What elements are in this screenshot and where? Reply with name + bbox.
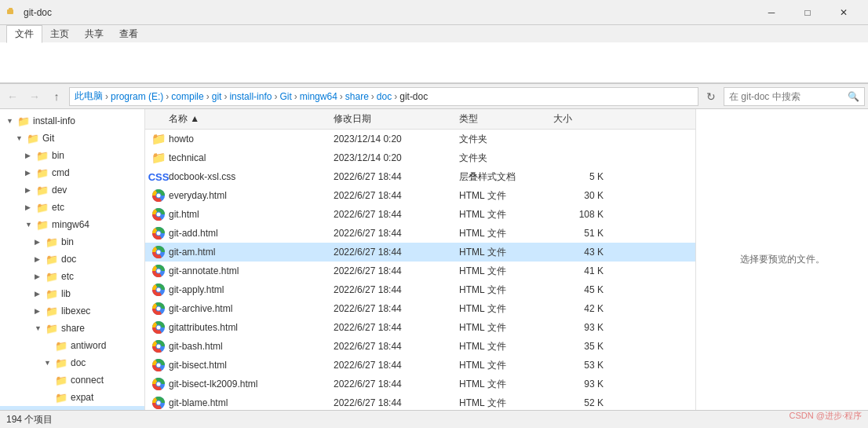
refresh-button[interactable]: ↻ [702,87,720,106]
chrome-icon [151,264,166,278]
table-row[interactable]: git-am.html2022/6/27 18:44HTML 文件43 K [145,243,695,262]
folder-icon: 📁 [36,185,49,196]
sidebar-item-label: lib [61,288,71,299]
expand-icon: ▶ [35,238,44,246]
sidebar-item[interactable]: 📁antiword [0,337,144,354]
file-type: HTML 文件 [459,284,553,297]
sidebar-item[interactable]: ▶📁bin [0,233,144,251]
breadcrumb[interactable]: 此电脑 › program (E:) › compile › git › ins… [69,87,698,106]
sidebar-item-label: doc [71,357,86,368]
svg-point-28 [157,345,161,349]
file-name: git-am.html [169,247,334,258]
item-count: 194 个项目 [6,413,53,426]
file-size: 42 K [553,303,616,314]
expand-icon: ▼ [44,359,53,367]
sidebar-item[interactable]: ▼📁mingw64 [0,216,144,233]
breadcrumb-compile[interactable]: compile [171,91,203,102]
sidebar-item-label: bin [61,236,74,247]
sidebar-item[interactable]: ▶📁etc [0,268,144,285]
table-row[interactable]: git-bash.html2022/6/27 18:44HTML 文件35 K [145,337,695,356]
search-icon[interactable]: 🔍 [848,91,859,102]
sidebar-item[interactable]: 📁connect [0,371,144,389]
file-date: 2023/12/14 0:20 [334,134,459,144]
sidebar-item[interactable]: ▼📁Git [0,130,144,147]
folder-icon: 📁 [36,202,49,214]
breadcrumb-doc[interactable]: doc [377,91,392,102]
table-row[interactable]: everyday.html2022/6/27 18:44HTML 文件30 K [145,186,695,205]
table-row[interactable]: git-bisect-lk2009.html2022/6/27 18:44HTM… [145,375,695,393]
sidebar-item[interactable]: ▼📁share [0,320,144,337]
folder-icon: 📁 [55,357,67,369]
preview-panel: 选择要预览的文件。 [695,109,868,410]
sidebar-item[interactable]: ▶📁lib [0,285,144,302]
sidebar-item[interactable]: 📁expat [0,389,144,406]
tab-home[interactable]: 主页 [42,25,77,42]
file-name: git-apply.html [169,284,334,295]
col-header-size[interactable]: 大小 [553,112,616,126]
title-bar: git-doc ─ □ ✕ [0,0,868,25]
table-row[interactable]: git-bisect.html2022/6/27 18:44HTML 文件53 … [145,356,695,375]
table-row[interactable]: gitattributes.html2022/6/27 18:44HTML 文件… [145,318,695,337]
sidebar-item[interactable]: ▶📁doc [0,251,144,268]
file-size: 5 K [553,171,616,182]
table-row[interactable]: git-blame.html2022/6/27 18:44HTML 文件52 K [145,393,695,410]
table-row[interactable]: 📁howto2023/12/14 0:20文件夹 [145,130,695,148]
minimize-button[interactable]: ─ [753,0,790,25]
breadcrumb-git[interactable]: git [212,91,222,102]
file-size: 51 K [553,228,616,239]
sidebar-item[interactable]: ▶📁bin [0,147,144,164]
tab-file[interactable]: 文件 [6,25,42,43]
up-button[interactable]: ↑ [47,87,66,106]
table-row[interactable]: 📁technical2023/12/14 0:20文件夹 [145,148,695,167]
close-button[interactable]: ✕ [826,0,862,25]
sidebar-item-label: install-info [33,115,75,126]
table-row[interactable]: git-add.html2022/6/27 18:44HTML 文件51 K [145,224,695,243]
breadcrumb-drive[interactable]: program (E:) [111,91,163,102]
sidebar-item[interactable]: ▶📁dev [0,181,144,199]
sidebar-item[interactable]: ▶📁libexec [0,302,144,320]
breadcrumb-Git[interactable]: Git [279,91,291,102]
table-row[interactable]: git-archive.html2022/6/27 18:44HTML 文件42… [145,299,695,318]
search-bar[interactable]: 🔍 [724,87,865,106]
sidebar-item[interactable]: ▶📁cmd [0,164,144,181]
window-controls: ─ □ ✕ [753,0,862,25]
breadcrumb-install-info[interactable]: install-info [229,91,272,102]
file-type: HTML 文件 [459,246,553,259]
svg-point-34 [157,382,161,386]
table-row[interactable]: git.html2022/6/27 18:44HTML 文件108 K [145,205,695,224]
file-name: git.html [169,209,334,220]
folder-icon: 📁 [55,409,67,411]
file-type: HTML 文件 [459,397,553,410]
sidebar-item[interactable]: ▶📁etc [0,199,144,216]
sidebar-item-label: etc [52,202,64,213]
file-type: HTML 文件 [459,340,553,353]
folder-icon: 📁 [46,236,58,248]
breadcrumb-pc[interactable]: 此电脑 [75,90,103,103]
sidebar-item[interactable]: ▼📁install-info [0,112,144,130]
chrome-icon [151,358,166,372]
col-header-type[interactable]: 类型 [459,112,553,126]
forward-button[interactable]: → [25,87,44,106]
col-header-date[interactable]: 修改日期 [334,112,459,126]
folder-icon: 📁 [151,132,166,146]
maximize-button[interactable]: □ [790,0,826,25]
file-name: git-bisect-lk2009.html [169,379,334,390]
file-type: HTML 文件 [459,378,553,391]
sidebar: ▼📁install-info▼📁Git▶📁bin▶📁cmd▶📁dev▶📁etc▼… [0,109,145,410]
svg-point-25 [157,326,161,330]
breadcrumb-share[interactable]: share [345,91,369,102]
back-button[interactable]: ← [3,87,22,106]
tab-view[interactable]: 查看 [111,25,146,42]
search-input[interactable] [729,91,848,102]
col-header-name[interactable]: 名称 ▲ [145,112,334,126]
sidebar-item-label: doc [61,254,76,265]
sidebar-item[interactable]: ▼📁doc [0,354,144,371]
table-row[interactable]: git-apply.html2022/6/27 18:44HTML 文件45 K [145,280,695,299]
table-row[interactable]: git-annotate.html2022/6/27 18:44HTML 文件4… [145,262,695,280]
table-row[interactable]: CSSdocbook-xsl.css2022/6/27 18:44层叠样式文档5… [145,167,695,186]
breadcrumb-mingw64[interactable]: mingw64 [300,91,337,102]
chrome-icon: CSS [151,170,166,184]
file-name: howto [169,134,334,144]
sidebar-item[interactable]: 📁git-doc [0,406,144,410]
tab-share[interactable]: 共享 [77,25,111,42]
